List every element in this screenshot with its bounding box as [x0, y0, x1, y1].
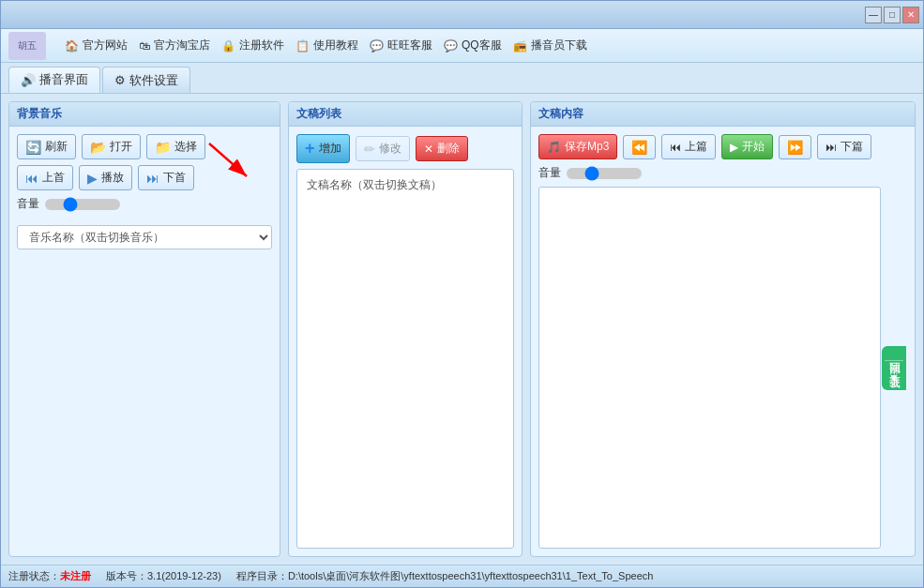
tab-settings[interactable]: ⚙ 软件设置: [102, 67, 190, 93]
script-list-panel: 文稿列表 + 增加 ✏ 修改 ✕ 删除: [288, 101, 523, 557]
toolbar-qq[interactable]: 💬 QQ客服: [444, 38, 502, 53]
home-icon: 🏠: [65, 39, 79, 53]
content-next-button[interactable]: ⏭ 下篇: [817, 134, 871, 159]
next-icon: ⏭: [146, 171, 159, 186]
toolbar-download[interactable]: 📻 播音员下载: [513, 38, 587, 53]
bg-volume-row: 音量: [17, 196, 272, 212]
reg-status-value: 未注册: [60, 570, 91, 581]
choose-icon: 📁: [155, 140, 171, 155]
sidebar-float: 回顶部 去下载 ▼: [881, 187, 907, 549]
content-prev-button[interactable]: ⏮ 上篇: [661, 134, 716, 159]
script-content-header: 文稿内容: [531, 102, 915, 127]
maximize-button[interactable]: □: [884, 7, 901, 23]
lock-icon: 🔒: [221, 39, 235, 53]
edit-script-button[interactable]: ✏ 修改: [356, 136, 410, 161]
save-mp3-button[interactable]: 🎵 保存Mp3: [538, 134, 617, 159]
content-volume-row: 音量: [538, 165, 907, 181]
content-fastfwd-button[interactable]: ⏩: [779, 135, 811, 159]
go-download-button[interactable]: 去下载: [886, 366, 902, 369]
rewind-icon: ⏪: [631, 140, 647, 155]
path-info: 程序目录：D:\tools\桌面\河东软件图\yftexttospeech31\…: [236, 569, 653, 583]
content-volume-slider[interactable]: [567, 168, 642, 179]
content-toolbar-row: 🎵 保存Mp3 ⏪ ⏮ 上篇 ▶ 开始 ⏩: [538, 134, 907, 159]
reg-status-label: 注册状态：未注册: [8, 569, 91, 583]
minimize-button[interactable]: —: [865, 7, 882, 23]
play-button[interactable]: ▶ 播放: [79, 165, 132, 190]
folder-icon: 📂: [90, 140, 106, 155]
radio-icon: 📻: [513, 39, 527, 53]
title-controls: — □ ✕: [865, 7, 919, 23]
bg-volume-slider[interactable]: [45, 199, 120, 210]
script-content-body: 🎵 保存Mp3 ⏪ ⏮ 上篇 ▶ 开始 ⏩: [531, 127, 915, 556]
edit-icon: ✏: [364, 142, 375, 157]
play-icon: ▶: [87, 171, 98, 186]
main-window: — □ ✕ 胡五 🏠 官方网站 🛍 官方淘宝店 🔒 注册软件 📋 使用教程 💬 …: [0, 0, 924, 588]
qq-icon: 💬: [444, 39, 458, 53]
chat-icon: 💬: [370, 39, 384, 53]
shop-icon: 🛍: [139, 39, 150, 53]
add-icon: +: [305, 139, 315, 158]
refresh-button[interactable]: 🔄 刷新: [17, 134, 76, 159]
music-note-icon: 🎵: [547, 141, 561, 154]
doc-icon: 📋: [295, 39, 310, 53]
toolbar-official-site[interactable]: 🏠 官方网站: [65, 38, 128, 53]
toolbar-taobao[interactable]: 🛍 官方淘宝店: [139, 38, 210, 53]
speaker-icon: 🔊: [21, 73, 36, 87]
content-prev-icon: ⏮: [670, 141, 681, 154]
script-list-area[interactable]: 文稿名称（双击切换文稿）: [296, 169, 514, 549]
main-content: 背景音乐 🔄 刷新 📂 打开 📁 选择: [1, 94, 923, 565]
toolbar-wangwang[interactable]: 💬 旺旺客服: [370, 38, 432, 53]
close-button[interactable]: ✕: [902, 7, 919, 23]
content-fastback-button[interactable]: ⏪: [623, 135, 656, 159]
script-list-body: + 增加 ✏ 修改 ✕ 删除 文稿名称（双击切换文稿）: [289, 127, 522, 556]
content-area-wrapper: 回顶部 去下载 ▼: [538, 187, 907, 549]
tab-broadcast[interactable]: 🔊 播音界面: [8, 67, 100, 93]
nav-tabs: 🔊 播音界面 ⚙ 软件设置: [1, 63, 923, 94]
script-list-header: 文稿列表: [289, 102, 522, 127]
bg-music-row2: ⏮ 上首 ▶ 播放 ⏭ 下首: [17, 165, 272, 190]
refresh-icon: 🔄: [25, 140, 41, 155]
sidebar-arrow-button[interactable]: ▼: [888, 371, 900, 384]
bg-music-panel: 背景音乐 🔄 刷新 📂 打开 📁 选择: [8, 101, 280, 557]
add-script-button[interactable]: + 增加: [296, 134, 350, 163]
version-info: 版本号：3.1(2019-12-23): [106, 569, 221, 583]
script-content-panel: 文稿内容 🎵 保存Mp3 ⏪ ⏮ 上篇: [530, 101, 916, 557]
toolbar-tutorial[interactable]: 📋 使用教程: [295, 38, 358, 53]
music-select[interactable]: 音乐名称（双击切换音乐）: [17, 225, 272, 249]
fastfwd-icon: ⏩: [787, 140, 803, 155]
float-panel: 回顶部 去下载 ▼: [882, 346, 906, 390]
status-bar: 注册状态：未注册 版本号：3.1(2019-12-23) 程序目录：D:\too…: [1, 565, 923, 587]
next-music-button[interactable]: ⏭ 下首: [138, 165, 194, 190]
content-next-icon: ⏭: [826, 141, 837, 154]
start-button[interactable]: ▶ 开始: [721, 134, 773, 159]
play-start-icon: ▶: [730, 141, 738, 154]
script-btn-row: + 增加 ✏ 修改 ✕ 删除: [296, 134, 514, 163]
script-textarea[interactable]: [538, 187, 881, 549]
bg-music-body: 🔄 刷新 📂 打开 📁 选择 ⏮ 上首: [9, 127, 280, 556]
open-button[interactable]: 📂 打开: [82, 134, 141, 159]
list-item[interactable]: 文稿名称（双击切换文稿）: [301, 173, 509, 197]
back-to-top-button[interactable]: 回顶部: [886, 352, 902, 355]
toolbar: 胡五 🏠 官方网站 🛍 官方淘宝店 🔒 注册软件 📋 使用教程 💬 旺旺客服 💬…: [1, 29, 923, 63]
select-button[interactable]: 📁 选择: [146, 134, 205, 159]
prev-icon: ⏮: [25, 171, 38, 186]
title-bar: — □ ✕: [1, 1, 923, 29]
delete-script-button[interactable]: ✕ 删除: [416, 136, 468, 161]
bg-music-row1: 🔄 刷新 📂 打开 📁 选择: [17, 134, 272, 159]
delete-icon: ✕: [424, 143, 433, 156]
bg-music-header: 背景音乐: [9, 102, 280, 127]
gear-icon: ⚙: [114, 73, 126, 87]
app-logo: 胡五: [8, 32, 46, 60]
toolbar-register[interactable]: 🔒 注册软件: [221, 38, 284, 53]
sidebar-divider: [885, 360, 903, 361]
prev-music-button[interactable]: ⏮ 上首: [17, 165, 73, 190]
